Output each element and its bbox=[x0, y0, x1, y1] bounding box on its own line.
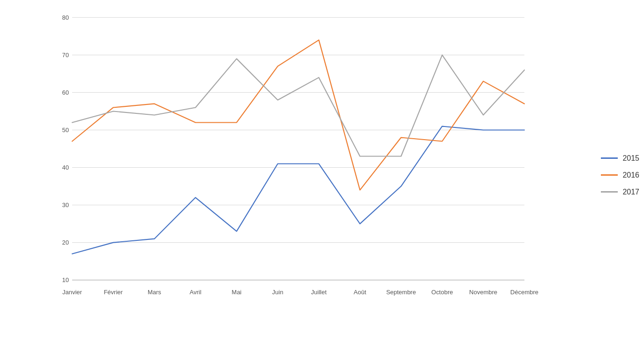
svg-text:40: 40 bbox=[62, 164, 69, 171]
svg-text:20: 20 bbox=[62, 239, 69, 246]
svg-text:80: 80 bbox=[62, 14, 69, 21]
svg-text:Février: Février bbox=[104, 289, 123, 296]
legend-item-2017: 2017 bbox=[601, 188, 639, 196]
svg-text:60: 60 bbox=[62, 89, 69, 96]
legend-line-2017 bbox=[601, 191, 618, 193]
svg-text:Août: Août bbox=[354, 289, 367, 296]
legend-label-2016: 2016 bbox=[622, 171, 639, 179]
legend-item-2016: 2016 bbox=[601, 171, 639, 179]
legend-item-2015: 2015 bbox=[601, 154, 639, 163]
svg-text:Septembre: Septembre bbox=[386, 289, 416, 296]
svg-text:Janvier: Janvier bbox=[62, 289, 82, 296]
legend-label-2017: 2017 bbox=[622, 188, 639, 196]
svg-text:Juillet: Juillet bbox=[311, 289, 327, 296]
chart-container: 1020304050607080JanvierFévrierMarsAvrilM… bbox=[0, 0, 644, 350]
svg-text:Avril: Avril bbox=[190, 289, 202, 296]
svg-text:Juin: Juin bbox=[272, 289, 284, 296]
legend-line-2015 bbox=[601, 157, 618, 159]
legend-line-2016 bbox=[601, 174, 618, 176]
svg-text:70: 70 bbox=[62, 52, 69, 59]
svg-text:Novembre: Novembre bbox=[469, 289, 497, 296]
svg-text:30: 30 bbox=[62, 201, 69, 209]
svg-text:50: 50 bbox=[62, 127, 69, 134]
chart-area: 1020304050607080JanvierFévrierMarsAvrilM… bbox=[28, 9, 625, 313]
svg-text:10: 10 bbox=[62, 276, 69, 283]
svg-text:Mars: Mars bbox=[148, 289, 161, 296]
legend-label-2015: 2015 bbox=[622, 154, 639, 163]
chart-svg: 1020304050607080JanvierFévrierMarsAvrilM… bbox=[28, 9, 625, 313]
svg-text:Décembre: Décembre bbox=[510, 289, 539, 296]
legend: 201520162017 bbox=[601, 154, 639, 196]
svg-text:Octobre: Octobre bbox=[431, 289, 453, 296]
svg-text:Mai: Mai bbox=[232, 289, 241, 296]
